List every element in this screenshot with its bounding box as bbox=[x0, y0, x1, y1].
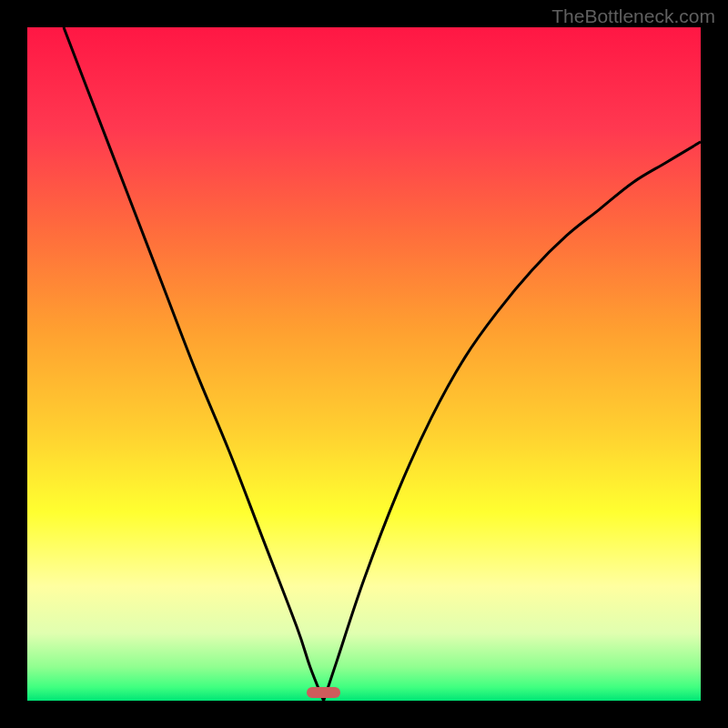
watermark-text: TheBottleneck.com bbox=[551, 5, 715, 27]
left-curve bbox=[64, 27, 324, 701]
chart-area bbox=[27, 27, 701, 701]
right-curve bbox=[324, 142, 701, 701]
minimum-marker bbox=[307, 687, 340, 698]
curve-overlay bbox=[27, 27, 701, 701]
